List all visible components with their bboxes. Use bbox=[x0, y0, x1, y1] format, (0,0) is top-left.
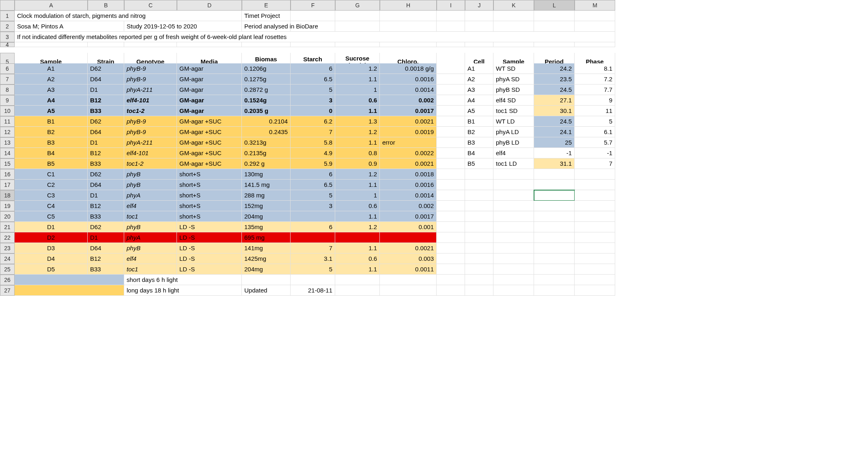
phase-cell[interactable]: 8.1 bbox=[575, 63, 615, 74]
sucrose-cell[interactable]: 1.1 bbox=[335, 180, 380, 190]
empty-cell[interactable] bbox=[291, 275, 335, 285]
row-header[interactable]: 27 bbox=[0, 285, 15, 296]
period-cell[interactable] bbox=[534, 232, 575, 243]
starch-cell[interactable]: 3.1 bbox=[291, 253, 335, 264]
biomass-cell[interactable]: 152mg bbox=[242, 201, 291, 211]
biomass-cell[interactable]: 0.2872 g bbox=[242, 84, 291, 95]
row-header[interactable]: 9 bbox=[0, 95, 15, 106]
empty-cell[interactable] bbox=[575, 275, 615, 285]
chloro-cell[interactable]: 0.0018 g/g bbox=[380, 63, 437, 74]
sample-cell[interactable]: D4 bbox=[15, 253, 88, 264]
chloro-cell[interactable]: 0.0017 bbox=[380, 106, 437, 116]
empty-cell[interactable] bbox=[335, 275, 380, 285]
sample2-cell[interactable] bbox=[493, 253, 534, 264]
sucrose-cell[interactable]: 1.2 bbox=[335, 127, 380, 137]
period-cell[interactable] bbox=[534, 222, 575, 232]
chloro-cell[interactable]: 0.0018 bbox=[380, 169, 437, 180]
empty-cell[interactable] bbox=[575, 42, 615, 47]
row-header[interactable]: 16 bbox=[0, 169, 15, 180]
period-cell[interactable]: 24.1 bbox=[534, 127, 575, 137]
chloro-cell[interactable]: error bbox=[380, 137, 437, 148]
sucrose-cell[interactable]: 1 bbox=[335, 84, 380, 95]
sample2-cell[interactable] bbox=[493, 180, 534, 190]
empty-cell[interactable] bbox=[534, 21, 575, 32]
biomass-cell[interactable]: 0.2035 g bbox=[242, 106, 291, 116]
strain-cell[interactable]: B33 bbox=[88, 211, 124, 222]
sample-cell[interactable]: B1 bbox=[15, 116, 88, 127]
empty-cell[interactable] bbox=[437, 190, 465, 201]
media-cell[interactable]: GM-agar +SUC bbox=[177, 158, 242, 169]
row-header[interactable]: 20 bbox=[0, 211, 15, 222]
media-cell[interactable]: GM-agar +SUC bbox=[177, 137, 242, 148]
genotype-cell[interactable]: phyB bbox=[124, 222, 177, 232]
empty-cell[interactable] bbox=[291, 42, 335, 47]
sucrose-cell[interactable]: 1.1 bbox=[335, 243, 380, 253]
legend-blue[interactable] bbox=[15, 275, 124, 285]
sample2-cell[interactable]: elf4 SD bbox=[493, 95, 534, 106]
cell2[interactable] bbox=[465, 180, 493, 190]
empty-cell[interactable] bbox=[534, 11, 575, 21]
empty-cell[interactable] bbox=[380, 11, 437, 21]
empty-cell[interactable] bbox=[465, 275, 493, 285]
cell2[interactable]: B5 bbox=[465, 158, 493, 169]
empty-cell[interactable] bbox=[437, 137, 465, 148]
row-header[interactable]: 18 bbox=[0, 190, 15, 201]
biomass-cell[interactable]: 695 mg bbox=[242, 232, 291, 243]
genotype-cell[interactable]: phyA bbox=[124, 232, 177, 243]
period-cell[interactable]: 27.1 bbox=[534, 95, 575, 106]
period-cell[interactable] bbox=[534, 169, 575, 180]
cell2[interactable] bbox=[465, 243, 493, 253]
empty-cell[interactable] bbox=[437, 106, 465, 116]
col-header-I[interactable]: I bbox=[437, 0, 465, 11]
empty-cell[interactable] bbox=[493, 275, 534, 285]
sucrose-cell[interactable]: 1.2 bbox=[335, 169, 380, 180]
sample-cell[interactable]: C5 bbox=[15, 211, 88, 222]
strain-cell[interactable]: B12 bbox=[88, 95, 124, 106]
strain-cell[interactable]: B33 bbox=[88, 158, 124, 169]
empty-cell[interactable] bbox=[437, 232, 465, 243]
empty-cell[interactable] bbox=[291, 11, 335, 21]
empty-cell[interactable] bbox=[575, 285, 615, 296]
analysis-cell[interactable]: Period analysed in BioDare bbox=[242, 21, 291, 32]
empty-cell[interactable] bbox=[493, 11, 534, 21]
phase-cell[interactable]: 7 bbox=[575, 158, 615, 169]
period-cell[interactable] bbox=[534, 190, 575, 201]
media-cell[interactable]: GM-agar +SUC bbox=[177, 148, 242, 158]
empty-cell[interactable] bbox=[465, 285, 493, 296]
genotype-cell[interactable]: toc1-2 bbox=[124, 106, 177, 116]
empty-cell[interactable] bbox=[465, 11, 493, 21]
legend-gold[interactable] bbox=[15, 285, 124, 296]
strain-cell[interactable]: D62 bbox=[88, 222, 124, 232]
strain-cell[interactable]: D64 bbox=[88, 243, 124, 253]
genotype-cell[interactable]: toc1-2 bbox=[124, 158, 177, 169]
cell2[interactable]: A2 bbox=[465, 74, 493, 84]
sucrose-cell[interactable] bbox=[335, 232, 380, 243]
sample-cell[interactable]: B4 bbox=[15, 148, 88, 158]
row-header[interactable]: 19 bbox=[0, 201, 15, 211]
empty-cell[interactable] bbox=[177, 42, 242, 47]
empty-cell[interactable] bbox=[575, 21, 615, 32]
col-header-E[interactable]: E bbox=[242, 0, 291, 11]
sample-cell[interactable]: A1 bbox=[15, 63, 88, 74]
chloro-cell[interactable]: 0.0022 bbox=[380, 148, 437, 158]
genotype-cell[interactable]: phyB-9 bbox=[124, 63, 177, 74]
starch-cell[interactable]: 6 bbox=[291, 169, 335, 180]
empty-cell[interactable] bbox=[437, 148, 465, 158]
period-cell[interactable] bbox=[534, 180, 575, 190]
chloro-cell[interactable]: 0.0016 bbox=[380, 180, 437, 190]
sample-cell[interactable]: A5 bbox=[15, 106, 88, 116]
genotype-cell[interactable]: elf4 bbox=[124, 253, 177, 264]
empty-cell[interactable] bbox=[465, 42, 493, 47]
cell2[interactable]: B2 bbox=[465, 127, 493, 137]
chloro-cell[interactable] bbox=[380, 232, 437, 243]
starch-cell[interactable]: 5 bbox=[291, 190, 335, 201]
empty-cell[interactable] bbox=[242, 42, 291, 47]
phase-cell[interactable]: 7.2 bbox=[575, 74, 615, 84]
media-cell[interactable]: short+S bbox=[177, 180, 242, 190]
phase-cell[interactable]: 6.1 bbox=[575, 127, 615, 137]
col-header-A[interactable]: A bbox=[15, 0, 88, 11]
phase-cell[interactable]: -1 bbox=[575, 148, 615, 158]
sample-cell[interactable]: C2 bbox=[15, 180, 88, 190]
phase-cell[interactable] bbox=[575, 264, 615, 275]
empty-cell[interactable] bbox=[88, 42, 124, 47]
